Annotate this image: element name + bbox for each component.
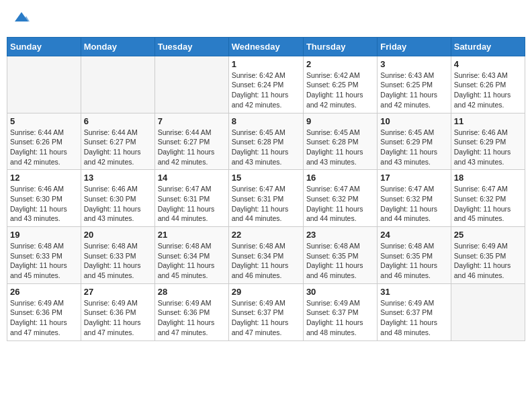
day-info: Sunrise: 6:47 AMSunset: 6:32 PMDaylight:… bbox=[380, 184, 447, 224]
day-info: Sunrise: 6:45 AMSunset: 6:29 PMDaylight:… bbox=[380, 128, 447, 167]
day-info: Sunrise: 6:44 AMSunset: 6:26 PMDaylight:… bbox=[10, 128, 78, 167]
day-cell: 29Sunrise: 6:49 AMSunset: 6:37 PMDayligh… bbox=[228, 283, 303, 340]
day-cell: 17Sunrise: 6:47 AMSunset: 6:32 PMDayligh… bbox=[378, 170, 451, 227]
day-cell: 12Sunrise: 6:46 AMSunset: 6:30 PMDayligh… bbox=[7, 170, 81, 227]
day-info: Sunrise: 6:44 AMSunset: 6:27 PMDaylight:… bbox=[158, 128, 226, 167]
day-number: 13 bbox=[84, 173, 152, 183]
day-info: Sunrise: 6:49 AMSunset: 6:37 PMDaylight:… bbox=[232, 298, 300, 338]
day-number: 10 bbox=[380, 116, 447, 126]
day-cell: 19Sunrise: 6:48 AMSunset: 6:33 PMDayligh… bbox=[7, 227, 81, 284]
day-number: 24 bbox=[380, 230, 447, 240]
day-cell: 16Sunrise: 6:47 AMSunset: 6:32 PMDayligh… bbox=[303, 170, 377, 227]
day-info: Sunrise: 6:42 AMSunset: 6:24 PMDaylight:… bbox=[232, 71, 300, 110]
day-number: 14 bbox=[158, 173, 226, 183]
day-cell bbox=[81, 56, 154, 113]
day-number: 5 bbox=[10, 116, 78, 126]
day-info: Sunrise: 6:49 AMSunset: 6:37 PMDaylight:… bbox=[380, 298, 447, 338]
day-info: Sunrise: 6:47 AMSunset: 6:32 PMDaylight:… bbox=[454, 184, 522, 224]
weekday-header-thursday: Thursday bbox=[303, 37, 377, 56]
day-cell: 28Sunrise: 6:49 AMSunset: 6:36 PMDayligh… bbox=[154, 283, 228, 340]
weekday-header-wednesday: Wednesday bbox=[228, 37, 303, 56]
day-number: 20 bbox=[84, 230, 152, 240]
day-info: Sunrise: 6:43 AMSunset: 6:26 PMDaylight:… bbox=[454, 71, 522, 110]
day-number: 7 bbox=[158, 116, 226, 126]
day-number: 16 bbox=[306, 173, 374, 183]
week-row-1: 1Sunrise: 6:42 AMSunset: 6:24 PMDaylight… bbox=[7, 56, 525, 113]
logo bbox=[12, 9, 30, 29]
day-cell: 23Sunrise: 6:48 AMSunset: 6:35 PMDayligh… bbox=[303, 227, 377, 284]
day-number: 4 bbox=[454, 59, 522, 69]
day-cell: 15Sunrise: 6:47 AMSunset: 6:31 PMDayligh… bbox=[228, 170, 303, 227]
day-number: 30 bbox=[306, 287, 374, 297]
day-cell: 2Sunrise: 6:42 AMSunset: 6:25 PMDaylight… bbox=[303, 56, 377, 113]
day-info: Sunrise: 6:42 AMSunset: 6:25 PMDaylight:… bbox=[306, 71, 374, 110]
logo-icon bbox=[13, 9, 30, 26]
day-cell: 27Sunrise: 6:49 AMSunset: 6:36 PMDayligh… bbox=[81, 283, 154, 340]
day-number: 12 bbox=[10, 173, 78, 183]
day-cell bbox=[7, 56, 81, 113]
week-row-3: 12Sunrise: 6:46 AMSunset: 6:30 PMDayligh… bbox=[7, 170, 525, 227]
day-cell: 26Sunrise: 6:49 AMSunset: 6:36 PMDayligh… bbox=[7, 283, 81, 340]
weekday-header-tuesday: Tuesday bbox=[154, 37, 228, 56]
day-info: Sunrise: 6:48 AMSunset: 6:35 PMDaylight:… bbox=[306, 241, 374, 281]
weekday-header-monday: Monday bbox=[81, 37, 154, 56]
day-info: Sunrise: 6:48 AMSunset: 6:34 PMDaylight:… bbox=[232, 241, 300, 281]
day-number: 19 bbox=[10, 230, 78, 240]
day-cell: 6Sunrise: 6:44 AMSunset: 6:27 PMDaylight… bbox=[81, 113, 154, 170]
day-number: 15 bbox=[232, 173, 300, 183]
day-number: 9 bbox=[306, 116, 374, 126]
week-row-4: 19Sunrise: 6:48 AMSunset: 6:33 PMDayligh… bbox=[7, 227, 525, 284]
day-info: Sunrise: 6:49 AMSunset: 6:37 PMDaylight:… bbox=[306, 298, 374, 338]
day-cell: 3Sunrise: 6:43 AMSunset: 6:25 PMDaylight… bbox=[378, 56, 451, 113]
day-cell: 31Sunrise: 6:49 AMSunset: 6:37 PMDayligh… bbox=[378, 283, 451, 340]
day-info: Sunrise: 6:45 AMSunset: 6:28 PMDaylight:… bbox=[306, 128, 374, 167]
day-info: Sunrise: 6:48 AMSunset: 6:33 PMDaylight:… bbox=[10, 241, 78, 281]
day-info: Sunrise: 6:46 AMSunset: 6:30 PMDaylight:… bbox=[10, 184, 78, 224]
day-info: Sunrise: 6:47 AMSunset: 6:32 PMDaylight:… bbox=[306, 184, 374, 224]
day-number: 27 bbox=[84, 287, 152, 297]
day-number: 23 bbox=[306, 230, 374, 240]
day-info: Sunrise: 6:44 AMSunset: 6:27 PMDaylight:… bbox=[84, 128, 152, 167]
day-cell: 1Sunrise: 6:42 AMSunset: 6:24 PMDaylight… bbox=[228, 56, 303, 113]
day-cell: 30Sunrise: 6:49 AMSunset: 6:37 PMDayligh… bbox=[303, 283, 377, 340]
day-number: 29 bbox=[232, 287, 300, 297]
day-info: Sunrise: 6:46 AMSunset: 6:29 PMDaylight:… bbox=[454, 128, 522, 167]
day-cell: 8Sunrise: 6:45 AMSunset: 6:28 PMDaylight… bbox=[228, 113, 303, 170]
day-number: 1 bbox=[232, 59, 300, 69]
day-cell: 4Sunrise: 6:43 AMSunset: 6:26 PMDaylight… bbox=[451, 56, 525, 113]
day-cell: 10Sunrise: 6:45 AMSunset: 6:29 PMDayligh… bbox=[378, 113, 451, 170]
week-row-5: 26Sunrise: 6:49 AMSunset: 6:36 PMDayligh… bbox=[7, 283, 525, 340]
day-number: 2 bbox=[306, 59, 374, 69]
day-info: Sunrise: 6:48 AMSunset: 6:35 PMDaylight:… bbox=[380, 241, 447, 281]
day-cell: 20Sunrise: 6:48 AMSunset: 6:33 PMDayligh… bbox=[81, 227, 154, 284]
day-cell: 7Sunrise: 6:44 AMSunset: 6:27 PMDaylight… bbox=[154, 113, 228, 170]
day-info: Sunrise: 6:43 AMSunset: 6:25 PMDaylight:… bbox=[380, 71, 447, 110]
day-number: 8 bbox=[232, 116, 300, 126]
day-cell: 13Sunrise: 6:46 AMSunset: 6:30 PMDayligh… bbox=[81, 170, 154, 227]
day-number: 11 bbox=[454, 116, 522, 126]
day-number: 6 bbox=[84, 116, 152, 126]
day-info: Sunrise: 6:45 AMSunset: 6:28 PMDaylight:… bbox=[232, 128, 300, 167]
page-header bbox=[7, 7, 525, 32]
day-cell: 5Sunrise: 6:44 AMSunset: 6:26 PMDaylight… bbox=[7, 113, 81, 170]
day-info: Sunrise: 6:47 AMSunset: 6:31 PMDaylight:… bbox=[232, 184, 300, 224]
day-number: 17 bbox=[380, 173, 447, 183]
day-number: 3 bbox=[380, 59, 447, 69]
day-info: Sunrise: 6:47 AMSunset: 6:31 PMDaylight:… bbox=[158, 184, 226, 224]
day-number: 25 bbox=[454, 230, 522, 240]
day-cell: 25Sunrise: 6:49 AMSunset: 6:35 PMDayligh… bbox=[451, 227, 525, 284]
weekday-header-saturday: Saturday bbox=[451, 37, 525, 56]
week-row-2: 5Sunrise: 6:44 AMSunset: 6:26 PMDaylight… bbox=[7, 113, 525, 170]
calendar-table: SundayMondayTuesdayWednesdayThursdayFrid… bbox=[7, 37, 525, 341]
day-cell: 21Sunrise: 6:48 AMSunset: 6:34 PMDayligh… bbox=[154, 227, 228, 284]
day-cell: 22Sunrise: 6:48 AMSunset: 6:34 PMDayligh… bbox=[228, 227, 303, 284]
day-cell: 18Sunrise: 6:47 AMSunset: 6:32 PMDayligh… bbox=[451, 170, 525, 227]
day-number: 22 bbox=[232, 230, 300, 240]
day-cell bbox=[451, 283, 525, 340]
weekday-header-sunday: Sunday bbox=[7, 37, 81, 56]
weekday-header-row: SundayMondayTuesdayWednesdayThursdayFrid… bbox=[7, 37, 525, 56]
day-number: 18 bbox=[454, 173, 522, 183]
day-info: Sunrise: 6:48 AMSunset: 6:34 PMDaylight:… bbox=[158, 241, 226, 281]
day-info: Sunrise: 6:46 AMSunset: 6:30 PMDaylight:… bbox=[84, 184, 152, 224]
day-cell: 14Sunrise: 6:47 AMSunset: 6:31 PMDayligh… bbox=[154, 170, 228, 227]
